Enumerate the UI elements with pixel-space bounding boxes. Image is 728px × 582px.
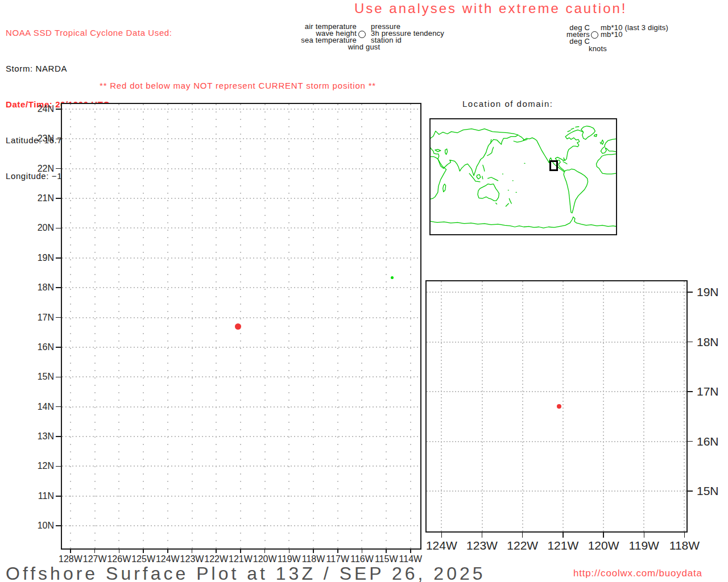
y-tick-label: 18N bbox=[697, 335, 719, 349]
offshore-surface-plot-page: NOAA SSD Tropical Cyclone Data Used: Sto… bbox=[0, 0, 728, 582]
gridline-vertical bbox=[441, 281, 442, 531]
y-tick-label: 13N bbox=[16, 431, 54, 442]
x-tick-label: 122W bbox=[507, 539, 538, 552]
gridline-vertical bbox=[337, 104, 338, 548]
gridline-vertical bbox=[603, 281, 604, 531]
gridline-horizontal bbox=[62, 198, 420, 199]
x-tick-label: 120W bbox=[588, 539, 619, 552]
x-tick-label: 118W bbox=[669, 539, 700, 552]
gridline-vertical bbox=[192, 104, 193, 548]
x-tick-mark bbox=[143, 548, 144, 553]
caution-headline: Use analyses with extreme caution! bbox=[354, 1, 627, 16]
y-tick-mark bbox=[56, 466, 61, 467]
green-data-marker bbox=[391, 276, 394, 279]
y-tick-label: 15N bbox=[16, 372, 54, 382]
legend-wind-gust: wind gust bbox=[318, 44, 410, 51]
y-tick-mark bbox=[56, 347, 61, 348]
units-circle-icon bbox=[591, 31, 598, 39]
y-tick-mark bbox=[56, 436, 61, 437]
gridline-vertical bbox=[386, 104, 387, 548]
storm-position-dot bbox=[235, 323, 241, 330]
gridline-vertical bbox=[70, 104, 71, 548]
gridline-vertical bbox=[522, 281, 523, 531]
world-map-svg bbox=[431, 119, 616, 234]
legend-label: sea temperature bbox=[239, 37, 357, 44]
gridline-vertical bbox=[562, 281, 564, 531]
y-tick-mark bbox=[56, 257, 61, 259]
gridline-horizontal bbox=[62, 376, 420, 377]
legend-label: deg C bbox=[535, 38, 590, 45]
gridline-vertical bbox=[288, 104, 289, 548]
x-tick-mark bbox=[386, 548, 387, 553]
x-tick-mark bbox=[337, 548, 338, 553]
gridline-horizontal bbox=[62, 465, 420, 467]
units-legend: deg Cmetersdeg Cmb*10 (last 3 digits)mb*… bbox=[535, 24, 728, 54]
gridline-vertical bbox=[94, 104, 96, 548]
gridline-horizontal bbox=[427, 391, 686, 392]
x-tick-mark bbox=[119, 548, 120, 553]
y-tick-label: 14N bbox=[16, 402, 54, 412]
data-source-line: NOAA SSD Tropical Cyclone Data Used: bbox=[6, 27, 172, 39]
gridline-horizontal bbox=[427, 441, 686, 442]
x-tick-mark bbox=[482, 531, 483, 538]
y-tick-mark bbox=[56, 198, 61, 199]
gridline-vertical bbox=[216, 104, 217, 548]
y-tick-label: 20N bbox=[16, 223, 54, 233]
gridline-horizontal bbox=[62, 406, 420, 408]
gridline-vertical bbox=[482, 281, 483, 531]
y-tick-label: 17N bbox=[16, 313, 54, 323]
gridline-vertical bbox=[361, 104, 362, 548]
gridline-vertical bbox=[643, 281, 644, 531]
gridline-vertical bbox=[264, 104, 266, 548]
gridline-horizontal bbox=[62, 109, 420, 110]
y-tick-mark bbox=[56, 406, 61, 408]
gridline-vertical bbox=[684, 281, 685, 531]
y-tick-label: 10N bbox=[16, 521, 54, 531]
x-tick-mark bbox=[441, 531, 442, 538]
x-tick-mark bbox=[522, 531, 523, 538]
main-surface-plot: 128W127W126W125W124W123W122W121W120W119W… bbox=[61, 103, 421, 550]
y-tick-label: 16N bbox=[697, 435, 719, 448]
y-tick-mark bbox=[686, 391, 693, 392]
x-tick-mark bbox=[410, 548, 411, 553]
x-tick-label: 123W bbox=[466, 539, 498, 552]
y-tick-label: 15N bbox=[697, 484, 719, 498]
gridline-horizontal bbox=[62, 287, 420, 288]
gridline-horizontal bbox=[427, 292, 686, 293]
storm-name-line: Storm: NARDA bbox=[6, 63, 172, 74]
y-tick-mark bbox=[686, 441, 693, 442]
y-tick-mark bbox=[56, 496, 61, 497]
world-map-inset bbox=[429, 118, 617, 235]
gridline-vertical bbox=[118, 104, 119, 548]
x-tick-mark bbox=[603, 531, 604, 538]
y-tick-mark bbox=[56, 377, 61, 378]
zoomed-domain-plot: 124W123W122W121W120W119W118W19N18N17N16N… bbox=[425, 280, 688, 533]
gridline-horizontal bbox=[62, 525, 420, 526]
page-title: Offshore Surface Plot at 13Z / SEP 26, 2… bbox=[6, 563, 486, 582]
y-tick-mark bbox=[686, 342, 693, 343]
y-tick-mark bbox=[56, 317, 61, 318]
x-tick-mark bbox=[240, 548, 241, 553]
y-tick-mark bbox=[56, 109, 61, 110]
gridline-vertical bbox=[410, 104, 411, 548]
gridline-horizontal bbox=[62, 317, 420, 318]
y-tick-label: 19N bbox=[16, 253, 54, 263]
x-tick-label: 119W bbox=[629, 539, 659, 552]
storm-position-warning: ** Red dot below may NOT represent CURRE… bbox=[100, 81, 376, 90]
y-tick-label: 18N bbox=[16, 282, 54, 293]
x-tick-mark bbox=[70, 548, 71, 553]
x-tick-mark bbox=[264, 548, 266, 553]
gridline-vertical bbox=[167, 104, 168, 548]
x-tick-mark bbox=[313, 548, 314, 553]
gridline-vertical bbox=[143, 104, 144, 548]
source-url: http://coolwx.com/buoydata bbox=[573, 568, 702, 579]
x-tick-mark bbox=[684, 531, 685, 538]
x-tick-mark bbox=[562, 531, 564, 538]
y-tick-label: 22N bbox=[16, 164, 54, 174]
y-tick-label: 19N bbox=[697, 285, 719, 299]
y-tick-mark bbox=[56, 287, 61, 288]
gridline-vertical bbox=[313, 104, 314, 548]
y-tick-mark bbox=[56, 228, 61, 229]
domain-location-box bbox=[549, 160, 558, 171]
x-tick-mark bbox=[192, 548, 193, 553]
